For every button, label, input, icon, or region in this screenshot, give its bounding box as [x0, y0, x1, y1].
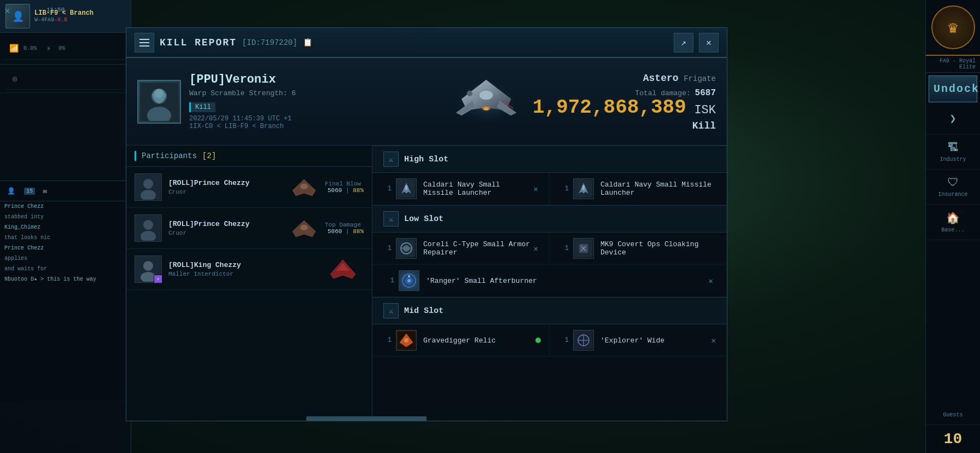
svg-point-20 [143, 261, 153, 271]
svg-point-16 [143, 220, 153, 230]
close-button[interactable]: ✕ [699, 33, 719, 53]
kill-stats: Astero Frigate Total damage: 5687 1,972,… [533, 72, 716, 131]
ship-class: Frigate [684, 74, 716, 83]
low-slot-icon: ⚔ [383, 211, 399, 226]
participants-count: [2] [202, 152, 216, 160]
chevron-right-icon: ❯ [949, 112, 956, 125]
mid-slot-label: Mid Slot [404, 306, 444, 316]
wifi-icon: 📶 [7, 42, 20, 55]
panel-title: KILL REPORT [160, 37, 237, 48]
base-icon: 🏠 [946, 211, 960, 225]
location-text: W-4FA9-0.8 [34, 17, 94, 23]
time-display: 11:50 [46, 7, 65, 13]
mid-slot-item-1-name: Gravedigger Relic [423, 336, 533, 345]
kill-type-label: Kill [533, 120, 716, 131]
participant-ship-2 [289, 217, 319, 239]
low-slot-label: Low Slot [404, 214, 444, 224]
participant-item-1[interactable]: [ROLL]Prince Chezzy Cruor Final Blow 506… [126, 167, 372, 208]
participant-name-1: [ROLL]Prince Chezzy [168, 179, 289, 187]
kill-badge: Kill [189, 102, 215, 112]
participant-stats-2: Top Damage 5060 | 88% [325, 222, 364, 235]
low-slot-row-1: 1 Coreli C-Type Small Armor Repairer ✕ 1 [372, 233, 727, 265]
low-slot-item-2-icon [573, 238, 594, 259]
low-slot-qty-1: 1 [381, 245, 392, 252]
participant-avatar-3: ⚡ [135, 255, 162, 283]
scrollbar[interactable] [126, 416, 727, 421]
chat-count: 15 [24, 188, 35, 195]
participant-ship-3 [328, 258, 358, 280]
high-slot-row-1: 1 Caldari Navy Small Missile Launcher ✕ … [372, 173, 727, 205]
chat-line-3: King_Chimez [0, 222, 131, 233]
menu-button[interactable] [135, 33, 154, 53]
victim-location: 1IX-C0 < LIB-F9 < Branch [189, 123, 296, 130]
chat-line-7: and waits for [0, 264, 131, 274]
mid-slot-item-1: 1 Gravedigger Relic [372, 324, 550, 356]
industry-label: Industry [940, 156, 966, 162]
participant-badge-3: ⚡ [154, 275, 162, 283]
participant-item-3[interactable]: ⚡ [ROLL]King Chezzy Maller Interdictor [126, 249, 372, 290]
sidebar-item-navigation[interactable]: ❯ [926, 105, 980, 135]
victim-warp-scramble: Warp Scramble Strength: 6 [189, 89, 296, 97]
low-slot-item-3-remove[interactable]: ✕ [706, 276, 716, 286]
mid-slot-item-2-name: 'Explorer' Wide [600, 336, 709, 345]
sidebar-item-map[interactable]: ◎ [5, 67, 125, 90]
fittings-panel: ⚔ High Slot 1 Caldari Navy Small Missile… [372, 146, 727, 416]
high-slot-item-1: 1 Caldari Navy Small Missile Launcher ✕ [372, 173, 550, 205]
mid-slot-row-1: 1 Gravedigger Relic 1 [372, 324, 727, 357]
low-slot-item-1-remove[interactable]: ✕ [531, 244, 541, 253]
number-badge: 10 [944, 431, 962, 448]
active-indicator [535, 338, 541, 343]
guests-label: Guests [943, 412, 962, 418]
sidebar-item-base[interactable]: 🏠 Base... [926, 205, 980, 240]
close-sidebar-button[interactable]: ✕ [4, 4, 10, 16]
high-slot-qty-1: 1 [381, 185, 392, 193]
people-icon: 👤 [4, 184, 18, 198]
low-slot-item-1-name: Coreli C-Type Small Armor Repairer [423, 240, 531, 257]
low-slot-item-1: 1 Coreli C-Type Small Armor Repairer ✕ [372, 233, 550, 264]
industry-icon: 🏗 [948, 141, 959, 154]
isk-label: ISK [694, 103, 716, 117]
chat-line-4: that looks nic [0, 233, 131, 243]
svg-point-12 [143, 179, 153, 189]
sidebar-item-insurance[interactable]: 🛡 Insurance [926, 170, 980, 205]
undock-button[interactable]: Undock [929, 76, 977, 102]
svg-point-33 [407, 279, 411, 282]
low-slot-item-3-name: 'Ranger' Small Afterburner [426, 277, 706, 285]
low-slot-qty-3: 1 [383, 277, 394, 284]
kill-report-panel: KILL REPORT [ID:7197220] 📋 ↗ ✕ [PPU]Vero… [126, 27, 727, 421]
mid-slot-item-2-remove[interactable]: ✕ [709, 336, 719, 345]
high-slot-qty-2: 1 [558, 185, 569, 193]
scrollbar-thumb[interactable] [306, 416, 427, 421]
stat-icon: ⚡ [42, 42, 55, 55]
mid-slot-item-2-icon [573, 330, 594, 351]
chat-line-2: stabbed inty [0, 212, 131, 222]
chat-line-6: applies [0, 253, 131, 264]
sidebar-item-guests[interactable]: Guests [926, 405, 980, 425]
high-slot-item-1-remove[interactable]: ✕ [531, 184, 541, 194]
sidebar-item-industry[interactable]: 🏗 Industry [926, 135, 980, 170]
participant-corp-1: Cruor [168, 189, 289, 195]
svg-point-6 [480, 91, 493, 100]
chat-name-2: King_Chimez [4, 224, 40, 230]
ship-type-name: Astero [643, 72, 679, 83]
sidebar-item-stats: 📶 0.0% ⚡ 0% [4, 37, 126, 60]
participant-avatar-1 [135, 173, 162, 201]
panel-header: KILL REPORT [ID:7197220] 📋 ↗ ✕ [126, 28, 727, 58]
participant-name-2: [ROLL]Prince Chezzy [168, 220, 289, 228]
export-button[interactable]: ↗ [674, 33, 693, 53]
top-damage-label: Top Damage [325, 222, 361, 228]
mid-slot-qty-2: 1 [558, 336, 569, 344]
low-slot-header: ⚔ Low Slot [372, 205, 727, 233]
participant-info-1: [ROLL]Prince Chezzy Cruor [168, 179, 289, 195]
copy-icon[interactable]: 📋 [303, 38, 312, 47]
base-label: Base... [941, 227, 964, 233]
shield-icon: 🛡 [948, 176, 959, 189]
map-icon: ◎ [8, 72, 21, 85]
hamburger-line-2 [139, 42, 149, 43]
low-slot-row-2: 1 'Ranger' Small Afterburner ✕ [372, 265, 727, 297]
participant-ship-1 [289, 176, 319, 198]
participant-item-2[interactable]: [ROLL]Prince Chezzy Cruor Top Damage 506… [126, 208, 372, 249]
svg-point-4 [155, 89, 164, 98]
participant-stats-1: Final Blow 5060 | 88% [325, 181, 364, 194]
victim-avatar [137, 80, 181, 124]
